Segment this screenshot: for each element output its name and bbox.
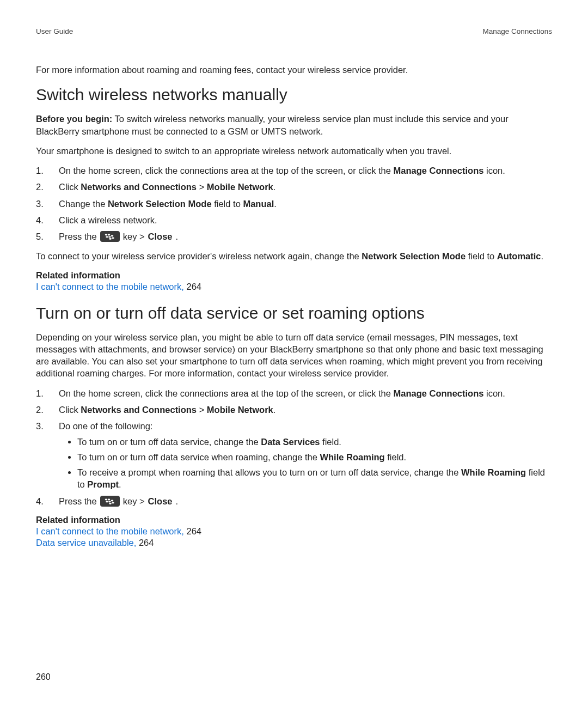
section2-step-4: Press the key > Clo: [36, 495, 552, 507]
svg-point-13: [109, 503, 112, 504]
section1-step-2: Click Networks and Connections > Mobile …: [36, 181, 552, 193]
page: User Guide Manage Connections For more i…: [0, 0, 588, 706]
svg-point-2: [106, 236, 108, 238]
header-left: User Guide: [36, 27, 73, 35]
svg-point-5: [112, 238, 114, 239]
section1-related-line: I can't connect to the mobile network, 2…: [36, 282, 552, 292]
section2-bullet-1: To turn on or turn off data service, cha…: [77, 436, 552, 448]
before-you-begin-label: Before you begin:: [36, 114, 112, 124]
svg-point-3: [108, 236, 111, 238]
svg-point-11: [111, 500, 113, 501]
section1-steps: On the home screen, click the connection…: [36, 165, 552, 242]
svg-point-8: [107, 498, 110, 500]
section1-reconnect: To connect to your wireless service prov…: [36, 250, 552, 262]
section2-steps: On the home screen, click the connection…: [36, 387, 552, 507]
section2-step-3: Do one of the following: To turn on or t…: [36, 420, 552, 490]
svg-point-12: [112, 502, 114, 503]
page-header: User Guide Manage Connections: [36, 27, 552, 35]
section1-auto-note: Your smartphone is designed to switch to…: [36, 145, 552, 157]
section2-paragraph: Depending on your wireless service plan,…: [36, 331, 552, 380]
section2-related-heading: Related information: [36, 515, 552, 525]
section1-title: Switch wireless networks manually: [36, 86, 552, 104]
section1-step-4: Click a wireless network.: [36, 214, 552, 226]
page-number: 260: [36, 672, 51, 682]
svg-point-7: [105, 498, 107, 500]
section2-bullet-3: To receive a prompt when roaming that al…: [77, 466, 552, 491]
section2-title: Turn on or turn off data service or set …: [36, 304, 552, 322]
blackberry-key-icon: [100, 496, 120, 507]
section1-step-5: Press the key > Clo: [36, 230, 552, 242]
svg-point-9: [106, 501, 108, 502]
blackberry-key-icon: [100, 231, 120, 242]
section2-bullet-2: To turn on or turn off data service when…: [77, 451, 552, 463]
svg-point-10: [108, 501, 111, 502]
section2-sub-bullets: To turn on or turn off data service, cha…: [59, 436, 552, 491]
link-cant-connect-mobile[interactable]: I can't connect to the mobile network,: [36, 282, 184, 291]
section2-related-line-2: Data service unavailable, 264: [36, 538, 552, 548]
link-cant-connect-mobile-2[interactable]: I can't connect to the mobile network,: [36, 526, 184, 536]
section2-step-2: Click Networks and Connections > Mobile …: [36, 404, 552, 416]
svg-point-1: [107, 234, 110, 236]
svg-point-4: [111, 235, 113, 237]
section1-before: Before you begin: To switch wireless net…: [36, 113, 552, 137]
section2-step-1: On the home screen, click the connection…: [36, 387, 552, 399]
section2-related-line-1: I can't connect to the mobile network, 2…: [36, 526, 552, 537]
svg-point-6: [109, 238, 112, 240]
section1-step-3: Change the Network Selection Mode field …: [36, 198, 552, 210]
header-right: Manage Connections: [482, 27, 552, 35]
section1-related-heading: Related information: [36, 270, 552, 281]
intro-paragraph: For more information about roaming and r…: [36, 64, 552, 76]
section1-step-1: On the home screen, click the connection…: [36, 165, 552, 176]
svg-point-0: [105, 234, 107, 236]
link-data-service-unavailable[interactable]: Data service unavailable,: [36, 538, 136, 547]
